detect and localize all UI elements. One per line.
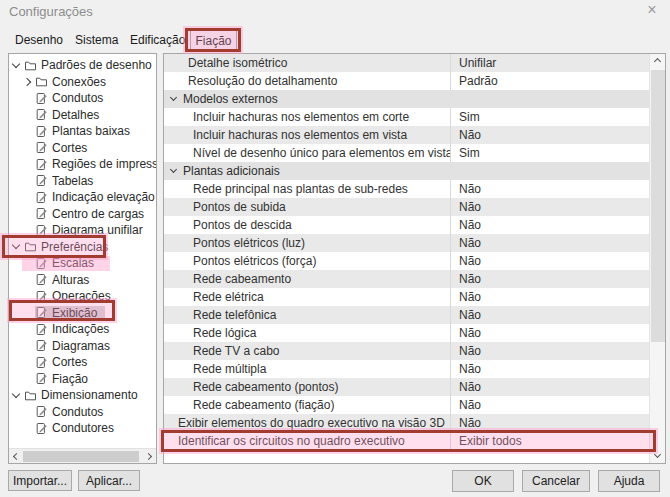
setting-value[interactable]: Não xyxy=(450,396,649,414)
tree-item[interactable]: Exibição xyxy=(9,305,156,322)
chevron-down-icon[interactable] xyxy=(170,94,177,101)
tree-item-label: Padrões de desenho xyxy=(41,58,152,72)
tree-item[interactable]: Escalas xyxy=(9,255,156,272)
tree-item[interactable]: Preferências xyxy=(9,239,156,256)
settings-row[interactable]: Incluir hachuras nos elementos em vistaN… xyxy=(164,126,649,144)
settings-row[interactable]: Exibir elementos do quadro executivo na … xyxy=(164,414,649,432)
settings-group-row[interactable]: Plantas adicionais xyxy=(164,162,649,180)
tree-item[interactable]: Alturas xyxy=(9,272,156,289)
settings-row[interactable]: Pontos de descidaNão xyxy=(164,216,649,234)
setting-label: Pontos de descida xyxy=(164,216,450,234)
setting-value[interactable]: Sim xyxy=(450,108,649,126)
setting-value[interactable]: Padrão xyxy=(450,72,649,90)
chevron-down-icon[interactable] xyxy=(12,390,20,398)
settings-row[interactable]: Incluir hachuras nos elementos em corteS… xyxy=(164,108,649,126)
setting-value[interactable]: Não xyxy=(450,126,649,144)
tree-item[interactable]: Padrões de desenho xyxy=(9,57,156,74)
settings-row[interactable]: Pontos elétricos (força)Não xyxy=(164,252,649,270)
chevron-down-icon[interactable] xyxy=(170,166,177,173)
scrollbar-thumb[interactable] xyxy=(651,70,665,342)
cancel-button[interactable]: Cancelar xyxy=(522,470,590,492)
settings-row[interactable]: Rede principal nas plantas de sub-redesN… xyxy=(164,180,649,198)
setting-value[interactable]: Unifilar xyxy=(450,54,649,72)
tree-item[interactable]: Diagrama unifilar xyxy=(9,222,156,239)
tree-item[interactable]: Condutores xyxy=(9,420,156,437)
setting-value[interactable]: Não xyxy=(450,414,649,432)
tree-item[interactable]: Operações xyxy=(9,288,156,305)
scroll-up-icon[interactable] xyxy=(650,54,665,69)
settings-row[interactable]: Rede cabeamentoNão xyxy=(164,270,649,288)
chevron-right-icon[interactable] xyxy=(23,78,31,86)
tree-item[interactable]: Conexões xyxy=(9,74,156,91)
scrollbar-thumb[interactable] xyxy=(23,451,139,462)
close-icon[interactable]: × xyxy=(643,1,661,19)
settings-row[interactable]: Detalhe isométricoUnifilar xyxy=(164,54,649,72)
settings-row[interactable]: Pontos de subidaNão xyxy=(164,198,649,216)
tree-item[interactable]: Plantas baixas xyxy=(9,123,156,140)
settings-row[interactable]: Rede telefônicaNão xyxy=(164,306,649,324)
settings-row[interactable]: Rede lógicaNão xyxy=(164,324,649,342)
setting-value[interactable]: Não xyxy=(450,360,649,378)
help-button[interactable]: Ajuda xyxy=(598,470,660,492)
setting-value[interactable]: Não xyxy=(450,270,649,288)
tree-item[interactable]: Fiação xyxy=(9,371,156,388)
chevron-down-icon[interactable] xyxy=(12,60,20,68)
settings-dialog: { "window": { "title": "Configurações", … xyxy=(0,0,670,497)
page-edit-icon xyxy=(35,191,48,204)
grid-vertical-scrollbar[interactable] xyxy=(649,54,665,463)
setting-value[interactable]: Sim xyxy=(450,144,649,162)
tree-item[interactable]: Condutos xyxy=(9,90,156,107)
setting-label: Rede cabeamento (pontos) xyxy=(164,378,450,396)
settings-row[interactable]: Pontos elétricos (luz)Não xyxy=(164,234,649,252)
settings-group-row[interactable]: Modelos externos xyxy=(164,90,649,108)
tab-edificacao[interactable]: Edificação xyxy=(130,30,185,51)
setting-value[interactable]: Não xyxy=(450,198,649,216)
title-bar: Configurações × xyxy=(0,0,670,26)
setting-value[interactable]: Não xyxy=(450,288,649,306)
group-label: Plantas adicionais xyxy=(183,164,280,178)
tree-horizontal-scrollbar[interactable] xyxy=(9,448,156,463)
settings-row[interactable]: Resolução do detalhamentoPadrão xyxy=(164,72,649,90)
import-button[interactable]: Importar... xyxy=(8,470,72,491)
setting-label: Rede telefônica xyxy=(164,306,450,324)
settings-row[interactable]: Rede cabeamento (fiação)Não xyxy=(164,396,649,414)
tree-item[interactable]: Diagramas xyxy=(9,338,156,355)
scroll-down-icon[interactable] xyxy=(650,448,665,463)
tree-item[interactable]: Dimensionamento xyxy=(9,387,156,404)
settings-row[interactable]: Nível de desenho único para elementos em… xyxy=(164,144,649,162)
tree: Padrões de desenhoConexõesCondutosDetalh… xyxy=(9,57,156,437)
tree-item[interactable]: Indicações xyxy=(9,321,156,338)
tree-item[interactable]: Condutos xyxy=(9,404,156,421)
setting-value[interactable]: Não xyxy=(450,342,649,360)
tree-item[interactable]: Cortes xyxy=(9,354,156,371)
ok-button[interactable]: OK xyxy=(452,470,514,492)
setting-value[interactable]: Não xyxy=(450,378,649,396)
folder-icon xyxy=(24,59,37,72)
tree-item[interactable]: Centro de cargas xyxy=(9,206,156,223)
apply-button[interactable]: Aplicar... xyxy=(78,470,140,491)
settings-row[interactable]: Rede cabeamento (pontos)Não xyxy=(164,378,649,396)
tree-item[interactable]: Cortes xyxy=(9,140,156,157)
settings-row[interactable]: Rede múltiplaNão xyxy=(164,360,649,378)
tab-desenho[interactable]: Desenho xyxy=(15,30,63,51)
tree-item[interactable]: Regiões de impressão xyxy=(9,156,156,173)
tree-item[interactable]: Tabelas xyxy=(9,173,156,190)
setting-label: Resolução do detalhamento xyxy=(164,72,450,90)
setting-value[interactable]: Exibir todos xyxy=(450,432,649,450)
tree-item[interactable]: Indicação elevação xyxy=(9,189,156,206)
setting-value[interactable]: Não xyxy=(450,324,649,342)
setting-value[interactable]: Não xyxy=(450,252,649,270)
setting-value[interactable]: Não xyxy=(450,216,649,234)
chevron-down-icon[interactable] xyxy=(12,241,20,249)
settings-row[interactable]: Rede elétricaNão xyxy=(164,288,649,306)
scroll-right-icon[interactable] xyxy=(141,449,156,463)
setting-value[interactable]: Não xyxy=(450,234,649,252)
tab-fiacao[interactable]: Fiação xyxy=(190,30,237,51)
setting-value[interactable]: Não xyxy=(450,180,649,198)
tree-item[interactable]: Detalhes xyxy=(9,107,156,124)
setting-value[interactable]: Não xyxy=(450,306,649,324)
settings-row[interactable]: Rede TV a caboNão xyxy=(164,342,649,360)
scroll-left-icon[interactable] xyxy=(9,449,24,463)
settings-row[interactable]: Identificar os circuitos no quadro execu… xyxy=(164,432,649,450)
tab-sistema[interactable]: Sistema xyxy=(75,30,118,51)
